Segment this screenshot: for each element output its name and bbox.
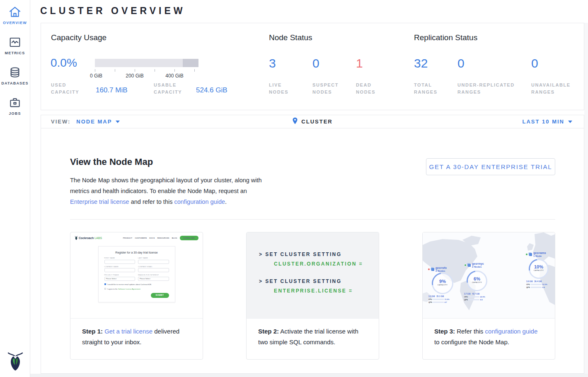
replication-status-title: Replication Status: [414, 33, 477, 42]
cockroach-logo: [0, 352, 30, 372]
cockroach-labs-mini-logo: CockroachLABS: [75, 236, 102, 240]
enterprise-trial-license-link[interactable]: Enterprise trial license: [70, 198, 129, 205]
bottom-scroll-strip: [30, 374, 588, 377]
capacity-usage-title: Capacity Usage: [51, 33, 106, 42]
dead-nodes-label: DEAD NODES: [356, 82, 385, 96]
step3-thumbnail: geo=sfo2 Nodes 9% CAPACITY 3.2 GiB 35.1 …: [423, 232, 555, 319]
map-region-nyc: geo=nyc2 Nodes: [464, 262, 484, 268]
sql-setting-line: CLUSTER.ORGANIZATION =: [274, 261, 379, 267]
used-capacity-value: 160.7 MiB: [96, 86, 128, 94]
capacity-used-percent: 0.0%: [51, 56, 77, 70]
node-status-dot-green: [464, 264, 467, 266]
sidebar-item-label: METRICS: [0, 51, 30, 55]
mini-submit-button: SUBMIT: [151, 293, 169, 298]
suspect-nodes-value: 0: [312, 56, 319, 70]
metrics-icon: [8, 36, 22, 49]
used-capacity-label: USED CAPACITY: [51, 82, 88, 96]
sql-prompt-line: > SET CLUSTER SETTING: [259, 278, 379, 284]
section-divider: [70, 219, 555, 220]
time-range-dropdown[interactable]: LAST 10 MIN: [523, 118, 584, 125]
node-status-dot-green: [525, 253, 528, 256]
step2-caption: Step 2: Activate the trial license with …: [247, 319, 379, 348]
breadcrumb-cluster: CLUSTER: [301, 118, 332, 125]
sidebar-item-label: OVERVIEW: [0, 21, 30, 25]
unavailable-ranges-label: UNAVAILABLE RANGES: [531, 82, 581, 96]
sidebar-item-overview[interactable]: OVERVIEW: [0, 5, 30, 25]
configuration-guide-link[interactable]: configuration guide: [174, 198, 225, 205]
page-gutter: [584, 23, 588, 374]
step3-caption: Step 3: Refer this configuration guide t…: [423, 319, 555, 348]
view-bar: VIEW: NODE MAP CLUSTER LAST 10 MIN: [41, 115, 584, 128]
capacity-gauge-reserved-segment: [183, 59, 198, 67]
sidebar-item-databases[interactable]: DATABASES: [0, 66, 30, 85]
get-enterprise-trial-button[interactable]: GET A 30-DAY ENTERPRISE TRIAL: [426, 158, 555, 175]
home-icon: [8, 5, 22, 19]
under-replicated-ranges-value: 0: [457, 56, 465, 70]
live-nodes-label: LIVE NODES: [269, 82, 298, 96]
sidebar-item-metrics[interactable]: METRICS: [0, 36, 30, 55]
step1-caption: Step 1: Get a trial license delivered st…: [70, 319, 203, 348]
mini-site-nav: PRODUCT CUSTOMERS DOCS RESOURCES BLOG DO…: [123, 236, 198, 240]
mini-download-button: DOWNLOAD: [180, 236, 198, 240]
sidebar: OVERVIEW METRICS DATABASES JOBS: [0, 0, 30, 377]
usable-capacity-value: 524.6 GiB: [196, 86, 227, 94]
sidebar-item-label: DATABASES: [0, 81, 30, 85]
cluster-summary-panel: Capacity Usage 0.0% 0 GiB 200 GiB 400 Gi…: [41, 23, 584, 110]
step1-thumbnail: CockroachLABS PRODUCT CUSTOMERS DOCS RES…: [70, 232, 203, 319]
map-region-ams: geo=ams1 Node: [525, 251, 546, 257]
gauge-tick-label-400: 400 GiB: [165, 73, 183, 79]
node-status-title: Node Status: [269, 33, 312, 42]
node-map-panel: View the Node Map The Node Map shows the…: [41, 128, 584, 374]
node-cube-icon: [468, 264, 471, 267]
sidebar-item-label: JOBS: [0, 111, 30, 116]
map-region-sfo: geo=sfo2 Nodes: [428, 266, 447, 272]
sql-prompt-line: > SET CLUSTER SETTING: [259, 251, 379, 257]
step2-thumbnail: > SET CLUSTER SETTING CLUSTER.ORGANIZATI…: [247, 232, 379, 319]
location-pin-icon: [292, 117, 298, 126]
view-label: VIEW:: [51, 118, 70, 125]
sql-setting-line: ENTERPRISE.LICENSE =: [274, 288, 379, 294]
usable-capacity-label: USABLE CAPACITY: [154, 82, 191, 96]
total-ranges-value: 32: [414, 56, 428, 70]
capacity-gauge: [95, 59, 198, 67]
dead-nodes-value: 1: [356, 56, 363, 70]
databases-icon: [8, 66, 22, 79]
under-replicated-ranges-label: UNDER-REPLICATED RANGES: [457, 82, 526, 96]
gauge-tick-label-200: 200 GiB: [126, 73, 143, 79]
node-cube-icon: [431, 268, 434, 271]
total-ranges-label: TOTAL RANGES: [414, 82, 443, 96]
sidebar-item-jobs[interactable]: JOBS: [0, 96, 30, 116]
mini-trial-form: Register for a 30-day trial license FIRS…: [98, 246, 175, 302]
chevron-down-icon: [568, 121, 572, 123]
jobs-icon: [8, 96, 22, 109]
live-nodes-value: 3: [269, 56, 276, 70]
node-map-description: The Node Map shows the geographical layo…: [70, 175, 264, 207]
step2-card: > SET CLUSTER SETTING CLUSTER.ORGANIZATI…: [246, 232, 379, 360]
configuration-guide-link-step3[interactable]: configuration guide: [485, 328, 538, 335]
chevron-down-icon: [116, 121, 120, 123]
node-map-heading: View the Node Map: [70, 157, 153, 167]
suspect-nodes-label: SUSPECT NODES: [312, 82, 348, 96]
get-trial-license-link[interactable]: Get a trial license: [104, 328, 152, 335]
page-title: CLUSTER OVERVIEW: [40, 5, 186, 17]
node-cube-icon: [529, 253, 532, 256]
unavailable-ranges-value: 0: [531, 56, 538, 70]
view-selector-dropdown[interactable]: NODE MAP: [76, 118, 120, 125]
node-status-dot-red: [428, 268, 430, 271]
gauge-tick-label-0: 0 GiB: [90, 73, 102, 79]
step1-card: CockroachLABS PRODUCT CUSTOMERS DOCS RES…: [70, 232, 203, 360]
step3-card: geo=sfo2 Nodes 9% CAPACITY 3.2 GiB 35.1 …: [422, 232, 555, 360]
